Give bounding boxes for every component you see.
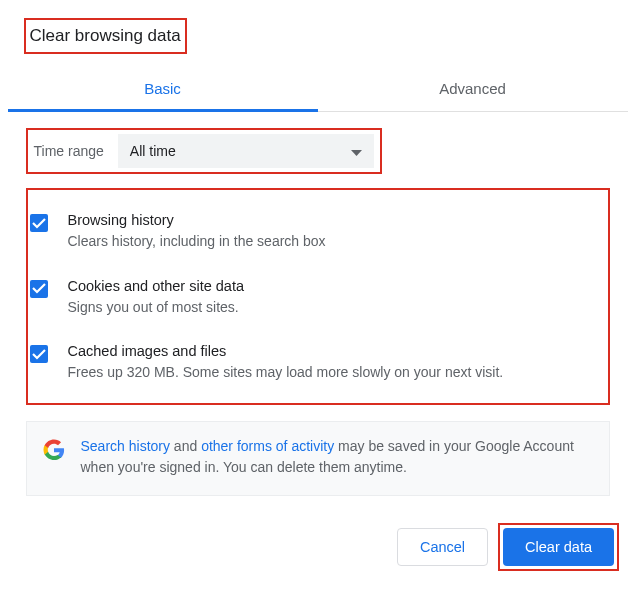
option-title: Cookies and other site data bbox=[68, 278, 600, 294]
chevron-down-icon bbox=[351, 143, 362, 159]
time-range-value: All time bbox=[130, 143, 176, 159]
clear-data-button[interactable]: Clear data bbox=[503, 528, 614, 566]
tab-advanced[interactable]: Advanced bbox=[318, 68, 628, 111]
option-text: Cached images and files Frees up 320 MB.… bbox=[68, 343, 600, 383]
check-icon bbox=[32, 349, 46, 360]
time-range-select[interactable]: All time bbox=[118, 134, 374, 168]
link-search-history[interactable]: Search history bbox=[81, 438, 170, 454]
info-text-part: and bbox=[170, 438, 201, 454]
google-icon bbox=[43, 439, 65, 461]
google-info-box: Search history and other forms of activi… bbox=[26, 421, 610, 496]
option-subtitle: Signs you out of most sites. bbox=[68, 298, 600, 318]
checkbox-browsing-history[interactable] bbox=[30, 214, 48, 232]
option-subtitle: Clears history, including in the search … bbox=[68, 232, 600, 252]
link-other-activity[interactable]: other forms of activity bbox=[201, 438, 334, 454]
info-text: Search history and other forms of activi… bbox=[81, 436, 593, 479]
tabs: Basic Advanced bbox=[8, 68, 628, 112]
time-range-row: Time range All time bbox=[26, 128, 382, 174]
clear-button-highlight: Clear data bbox=[498, 523, 619, 571]
dialog-footer: Cancel Clear data bbox=[397, 523, 619, 571]
time-range-label: Time range bbox=[34, 143, 104, 159]
option-browsing-history: Browsing history Clears history, includi… bbox=[30, 204, 600, 270]
option-title: Cached images and files bbox=[68, 343, 600, 359]
check-icon bbox=[32, 218, 46, 229]
dialog-body: Time range All time Browsing history Cle… bbox=[8, 112, 628, 496]
checkbox-cookies[interactable] bbox=[30, 280, 48, 298]
button-label: Clear data bbox=[525, 539, 592, 555]
option-cookies: Cookies and other site data Signs you ou… bbox=[30, 270, 600, 336]
option-text: Browsing history Clears history, includi… bbox=[68, 212, 600, 252]
check-icon bbox=[32, 283, 46, 294]
cancel-button[interactable]: Cancel bbox=[397, 528, 488, 566]
options-list: Browsing history Clears history, includi… bbox=[26, 188, 610, 405]
dialog-title: Clear browsing data bbox=[24, 18, 187, 54]
clear-browsing-data-dialog: Clear browsing data Basic Advanced Time … bbox=[8, 0, 628, 496]
checkbox-cache[interactable] bbox=[30, 345, 48, 363]
option-title: Browsing history bbox=[68, 212, 600, 228]
tab-label: Basic bbox=[144, 80, 181, 97]
button-label: Cancel bbox=[420, 539, 465, 555]
tab-label: Advanced bbox=[439, 80, 506, 97]
tab-basic[interactable]: Basic bbox=[8, 68, 318, 111]
option-text: Cookies and other site data Signs you ou… bbox=[68, 278, 600, 318]
option-subtitle: Frees up 320 MB. Some sites may load mor… bbox=[68, 363, 600, 383]
option-cache: Cached images and files Frees up 320 MB.… bbox=[30, 335, 600, 389]
